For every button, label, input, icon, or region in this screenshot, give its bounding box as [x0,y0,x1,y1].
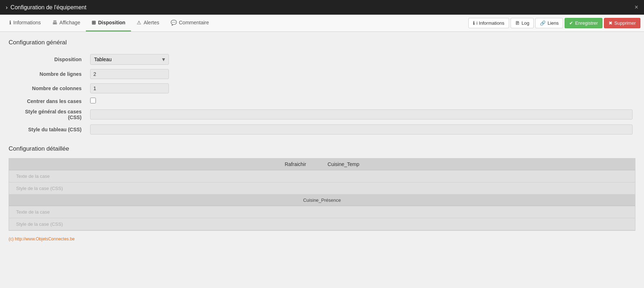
detail-row-2-field-1 [9,206,635,218]
general-config-form: Disposition Tableau ▼ Nombre de lignes [9,52,635,137]
detail-header-col2: Cuisine_Temp [328,161,360,167]
colonnes-input-cell [87,81,635,96]
tabs-bar: ℹ Informations 🖶 Affichage ⊞ Disposition… [0,15,644,32]
form-row-disposition: Disposition Tableau ▼ [9,52,635,67]
colonnes-label: Nombre de colonnes [9,81,87,96]
detail-style-case-1[interactable] [13,184,631,193]
comment-icon: 💬 [171,20,177,25]
times-icon: ✖ [609,20,613,26]
centrer-checkbox[interactable] [90,98,96,103]
lignes-label: Nombre de lignes [9,67,87,81]
detail-config-title: Configuration détaillée [9,145,635,152]
log-icon: 🖹 [515,20,520,26]
info-icon: ℹ [9,20,11,25]
tab-commentaire[interactable]: 💬 Commentaire [165,15,215,31]
colonnes-input[interactable] [90,83,169,93]
detail-header-2-label: Cuisine_Présence [303,197,341,203]
disposition-input-cell: Tableau ▼ [87,52,635,67]
lignes-input-cell [87,67,635,81]
screen-icon: 🖶 [52,20,57,25]
info-btn-icon: ℹ [473,20,475,26]
style-tableau-label: Style du tableau (CSS) [9,122,87,137]
general-config-title: Configuration général [9,39,635,46]
form-row-colonnes: Nombre de colonnes [9,81,635,96]
detail-style-case-2[interactable] [13,220,631,229]
disposition-select-wrapper: Tableau ▼ [90,54,169,65]
alert-icon: ⚠ [137,20,141,25]
page-title: Configuration de l'équipement [10,4,86,11]
form-row-style-tableau: Style du tableau (CSS) [9,122,635,137]
liens-button[interactable]: 🔗 Liens [535,18,563,28]
close-button[interactable]: × [634,4,638,11]
informations-button[interactable]: ℹ i Informations [468,18,509,28]
detail-header-col1: Rafraichir [285,161,306,167]
enregistrer-button[interactable]: ✔ Enregistrer [565,18,602,28]
form-row-style-general: Style général des cases (CSS) [9,107,635,122]
tabs-right: ℹ i Informations 🖹 Log 🔗 Liens ✔ Enregis… [468,18,640,28]
form-row-centrer: Centrer dans les cases [9,96,635,107]
grid-icon: ⊞ [92,20,96,25]
disposition-label: Disposition [9,52,87,67]
tab-alertes[interactable]: ⚠ Alertes [131,15,165,31]
tab-affichage[interactable]: 🖶 Affichage [47,15,86,31]
style-general-label: Style général des cases (CSS) [9,107,87,122]
copyright-text: (c) http://www.ObjetsConnectes.be [9,236,75,241]
form-row-lignes: Nombre de lignes [9,67,635,81]
detail-header-row-2: Cuisine_Présence [9,195,635,206]
style-general-input[interactable] [90,109,633,119]
detail-row-1-field-1 [9,170,635,182]
footer: (c) http://www.ObjetsConnectes.be [9,236,635,241]
title-bar: › Configuration de l'équipement × [0,0,644,15]
centrer-label: Centrer dans les cases [9,96,87,107]
detail-header-row: Rafraichir Cuisine_Temp [9,158,635,170]
detail-config-table: Rafraichir Cuisine_Temp Cuisine_Présence [9,158,635,231]
main-content: Configuration général Disposition Tablea… [0,32,644,249]
chevron-right-icon: › [6,4,8,11]
check-icon: ✔ [569,20,573,26]
link-icon: 🔗 [540,20,546,26]
log-button[interactable]: 🖹 Log [511,18,534,28]
detail-texte-case-2[interactable] [13,208,631,216]
style-tableau-input-cell [87,122,635,137]
detail-texte-case-1[interactable] [13,172,631,181]
style-general-input-cell [87,107,635,122]
supprimer-button[interactable]: ✖ Supprimer [604,18,640,28]
tabs-left: ℹ Informations 🖶 Affichage ⊞ Disposition… [4,15,215,31]
detail-row-1-subfields [9,170,635,195]
detail-row-1-field-2 [9,182,635,195]
style-tableau-input[interactable] [90,125,633,135]
tab-disposition[interactable]: ⊞ Disposition [86,15,131,31]
detail-config-section: Configuration détaillée Rafraichir Cuisi… [9,145,635,231]
centrer-input-cell [87,96,635,107]
title-bar-left: › Configuration de l'équipement [6,4,86,11]
general-config-section: Configuration général Disposition Tablea… [9,39,635,137]
disposition-select[interactable]: Tableau [90,54,169,65]
tab-informations[interactable]: ℹ Informations [4,15,47,31]
lignes-input[interactable] [90,69,169,79]
detail-row-2-field-2 [9,218,635,230]
detail-row-2-subfields [9,206,635,230]
